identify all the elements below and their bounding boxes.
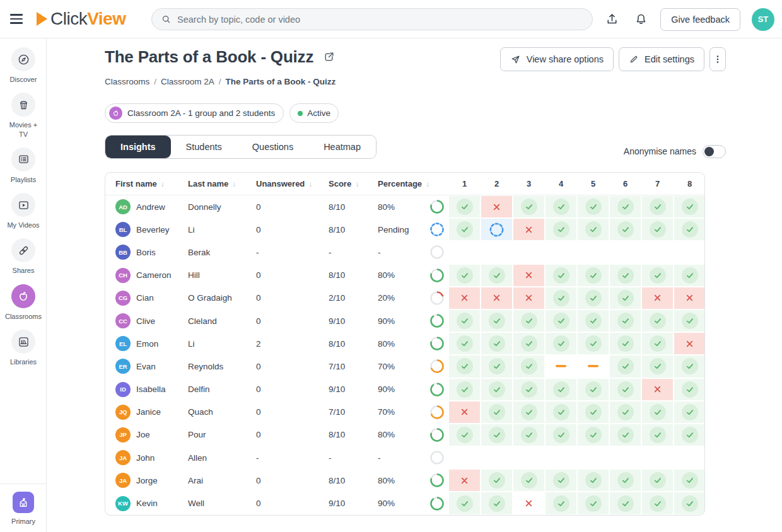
sidebar-item-libraries[interactable]: Libraries: [0, 330, 47, 366]
table-row[interactable]: EREvanReynolds07/1070%: [105, 355, 704, 378]
progress-ring-icon: [429, 291, 448, 306]
tab-students[interactable]: Students: [171, 136, 237, 158]
col-unanswered[interactable]: Unanswered↓: [256, 179, 329, 188]
table-row[interactable]: JAJohnAllen---: [105, 446, 704, 469]
table-row[interactable]: BBBorisBerak---: [105, 241, 704, 263]
sidebar-item-classrooms[interactable]: Classrooms: [0, 284, 47, 321]
answer-correct-icon: [545, 218, 577, 241]
answer-blank-cell: [674, 241, 705, 263]
give-feedback-button[interactable]: Give feedback: [660, 8, 740, 31]
sidebar-item-label: Discover: [4, 75, 42, 84]
clickview-logo[interactable]: ClickView: [37, 9, 125, 29]
answer-correct-icon: [609, 287, 641, 309]
table-row[interactable]: JQJaniceQuach07/1070%: [105, 401, 704, 424]
sidebar-item-shares[interactable]: Shares: [0, 238, 47, 275]
table-row[interactable]: IDIsabellaDelfin09/1090%: [105, 378, 704, 401]
sidebar-item-movies-tv[interactable]: Movies + TV: [0, 93, 47, 139]
answer-correct-icon: [513, 469, 545, 492]
last-name-cell: Li: [188, 339, 256, 349]
unanswered-cell: 0: [256, 270, 329, 280]
answer-correct-icon: [674, 378, 705, 401]
col-last-name[interactable]: Last name↓: [188, 179, 256, 188]
sidebar-item-primary[interactable]: Primary: [0, 492, 47, 526]
breadcrumb-classrooms[interactable]: Classrooms: [105, 77, 149, 86]
first-name-cell: CHCameron: [115, 268, 188, 283]
table-row[interactable]: JPJoePour08/1080%: [105, 424, 704, 446]
answer-blank-cell: [674, 446, 705, 469]
answer-blank-cell: [448, 241, 481, 263]
unanswered-cell: 0: [256, 499, 329, 508]
answer-correct-icon: [674, 309, 705, 332]
answer-correct-icon: [609, 309, 641, 332]
menu-icon[interactable]: [10, 10, 28, 28]
answer-correct-icon: [481, 401, 513, 424]
page-actions: View share options Edit settings: [500, 47, 726, 71]
tab-heatmap[interactable]: Heatmap: [308, 136, 376, 158]
unanswered-cell: -: [256, 453, 329, 463]
avatar: CH: [115, 268, 131, 283]
active-dot-icon: [298, 111, 303, 116]
answer-correct-icon: [641, 218, 674, 241]
sidebar-item-playlists[interactable]: Playlists: [0, 147, 47, 184]
anonymise-toggle[interactable]: [703, 145, 726, 158]
col-q1: 1: [448, 179, 481, 188]
table-row[interactable]: KWKevinWell09/1090%: [105, 492, 704, 514]
answer-blank-cell: [513, 446, 545, 469]
score-cell: 2/10: [329, 293, 378, 303]
answer-incorrect-icon: [641, 287, 674, 309]
more-options-button[interactable]: [709, 47, 726, 71]
answer-incorrect-icon: [448, 401, 481, 424]
answer-skipped-icon: [545, 355, 577, 378]
breadcrumb-classroom-2a[interactable]: Classroom 2A: [161, 77, 214, 86]
anonymise-control: Anonymise names: [624, 145, 726, 158]
table-row[interactable]: JAJorgeArai08/1080%: [105, 469, 704, 492]
answer-blank-cell: [513, 241, 545, 263]
answer-correct-icon: [609, 469, 641, 492]
answer-incorrect-icon: [448, 287, 481, 309]
answer-correct-icon: [545, 287, 577, 309]
search-input[interactable]: [177, 14, 583, 25]
sidebar-item-my-videos[interactable]: My Videos: [0, 193, 47, 229]
sort-icon: ↓: [232, 180, 236, 188]
first-name-cell: EREvan: [115, 359, 188, 374]
avatar: KW: [115, 496, 131, 511]
view-share-options-button[interactable]: View share options: [500, 47, 614, 71]
table-row[interactable]: ADAndrewDonnelly08/1080%: [105, 195, 704, 218]
unanswered-cell: 2: [256, 339, 329, 349]
answer-incorrect-icon: [481, 195, 513, 218]
percentage-cell: 80%: [378, 430, 429, 439]
notifications-button[interactable]: [629, 8, 653, 32]
table-row[interactable]: BLBeverleyLi08/10Pending: [105, 218, 704, 241]
user-avatar[interactable]: ST: [752, 8, 774, 31]
sidebar-item-label: Playlists: [4, 175, 42, 184]
tab-insights[interactable]: Insights: [105, 136, 171, 158]
table-row[interactable]: CCCliveCleland09/1090%: [105, 309, 704, 332]
classroom-badge[interactable]: Classroom 2A - 1 group and 2 students: [105, 103, 284, 123]
table-row[interactable]: ELEmonLi28/1080%: [105, 332, 704, 355]
sidebar-item-label: Movies + TV: [4, 120, 42, 139]
col-q2: 2: [481, 179, 513, 188]
answer-correct-icon: [448, 424, 481, 446]
open-external-button[interactable]: [321, 49, 337, 67]
col-score[interactable]: Score↓: [329, 179, 378, 188]
score-cell: -: [329, 248, 378, 257]
answer-correct-icon: [609, 492, 641, 514]
answer-correct-icon: [577, 469, 609, 492]
link-icon: [11, 238, 35, 262]
col-percentage[interactable]: Percentage↓: [378, 179, 429, 188]
answer-blank-cell: [609, 241, 641, 263]
table-row[interactable]: CHCameronHill08/1080%: [105, 264, 704, 287]
avatar: ID: [115, 382, 131, 397]
col-first-name[interactable]: First name↓: [115, 179, 188, 188]
search-bar[interactable]: [151, 8, 593, 30]
tab-questions[interactable]: Questions: [237, 136, 308, 158]
edit-settings-button[interactable]: Edit settings: [619, 47, 704, 71]
sidebar-item-discover[interactable]: Discover: [0, 47, 47, 84]
unanswered-cell: 0: [256, 316, 329, 326]
popcorn-icon: [11, 93, 35, 117]
answer-correct-icon: [609, 218, 641, 241]
table-row[interactable]: CGCianO Gradaigh02/1020%: [105, 287, 704, 309]
answer-correct-icon: [577, 287, 609, 309]
upload-button[interactable]: [600, 8, 624, 32]
answer-incorrect-icon: [674, 332, 705, 355]
